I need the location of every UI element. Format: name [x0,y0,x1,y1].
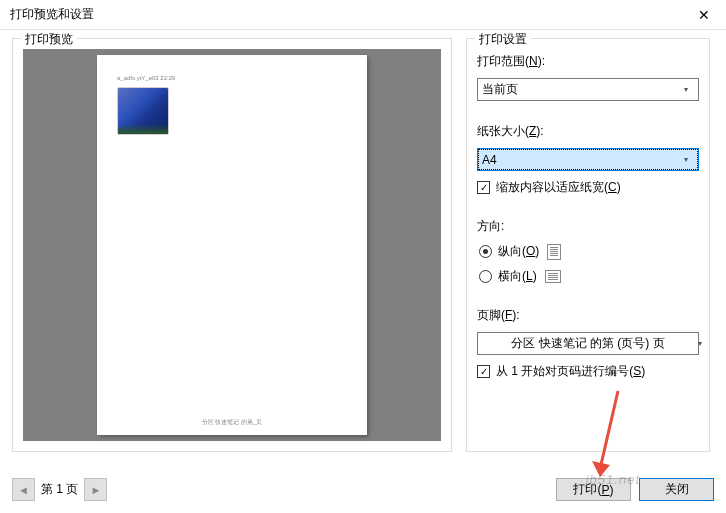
titlebar: 打印预览和设置 ✕ [0,0,726,30]
settings-group: 打印设置 打印范围(N): 当前页 ▾ 纸张大小(Z): A4 ▾ ✓ 缩放内容… [466,38,710,452]
chevron-down-icon: ▾ [678,85,694,94]
prev-page-button[interactable]: ◄ [12,478,35,501]
preview-group: 打印预览 a_adfs.ytY_e03 22:29 分区 快速笔记 的第_页 [12,38,452,452]
close-button[interactable]: 关闭 [639,478,714,501]
preview-group-label: 打印预览 [21,31,77,48]
start-number-checkbox[interactable]: ✓ 从 1 开始对页码进行编号(S) [477,363,699,380]
checkbox-checked-icon: ✓ [477,181,490,194]
print-range-select[interactable]: 当前页 ▾ [477,78,699,101]
fit-width-label: 缩放内容以适应纸宽(C) [496,179,621,196]
orientation-label: 方向: [477,218,699,235]
window-title: 打印预览和设置 [10,6,94,23]
preview-area: a_adfs.ytY_e03 22:29 分区 快速笔记 的第_页 [23,49,441,441]
radio-unselected-icon [479,270,492,283]
print-button[interactable]: 打印(P) [556,478,631,501]
chevron-down-icon: ▾ [692,339,708,348]
preview-page-footer: 分区 快速笔记 的第_页 [97,418,367,427]
footer-value: 分区 快速笔记 的第 (页号) 页 [511,335,664,352]
print-range-label: 打印范围(N): [477,53,699,70]
paper-size-value: A4 [482,153,497,167]
checkbox-checked-icon: ✓ [477,365,490,378]
pager: ◄ 第 1 页 ► [12,478,107,501]
chevron-down-icon: ▾ [678,155,694,164]
next-page-button[interactable]: ► [84,478,107,501]
portrait-label: 纵向(O) [498,243,539,260]
svg-marker-1 [592,461,610,477]
fit-width-checkbox[interactable]: ✓ 缩放内容以适应纸宽(C) [477,179,699,196]
print-range-value: 当前页 [482,81,518,98]
paper-size-label: 纸张大小(Z): [477,123,699,140]
preview-page: a_adfs.ytY_e03 22:29 分区 快速笔记 的第_页 [97,55,367,435]
footer-bar: ◄ 第 1 页 ► 打印(P) 关闭 [12,478,714,501]
landscape-icon [545,270,561,283]
start-number-label: 从 1 开始对页码进行编号(S) [496,363,645,380]
page-indicator: 第 1 页 [41,481,78,498]
landscape-radio[interactable]: 横向(L) [479,268,699,285]
landscape-label: 横向(L) [498,268,537,285]
paper-size-select[interactable]: A4 ▾ [477,148,699,171]
footer-label: 页脚(F): [477,307,699,324]
preview-page-header: a_adfs.ytY_e03 22:29 [117,75,347,81]
radio-selected-icon [479,245,492,258]
settings-group-label: 打印设置 [475,31,531,48]
preview-thumbnail-image [117,87,169,135]
portrait-icon [547,244,561,260]
close-icon[interactable]: ✕ [681,0,726,30]
portrait-radio[interactable]: 纵向(O) [479,243,699,260]
footer-select[interactable]: 分区 快速笔记 的第 (页号) 页 ▾ [477,332,699,355]
